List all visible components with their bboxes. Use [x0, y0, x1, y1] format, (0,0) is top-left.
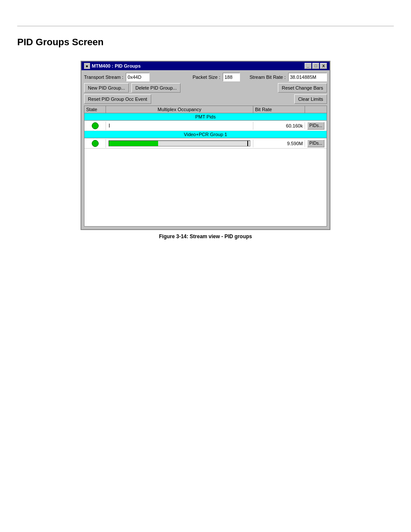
empty-table-area	[84, 149, 327, 226]
header-state: State	[84, 106, 106, 113]
delete-pid-group-button[interactable]: Delete PID Group...	[131, 83, 181, 93]
pmt-pids-group-header: PMT Pids	[84, 113, 327, 121]
video-bar-marker	[247, 141, 248, 146]
video-bar-fill	[109, 141, 158, 146]
header-bitrate: Bit Rate	[253, 106, 305, 113]
top-rule	[17, 26, 394, 26]
video-pids-button[interactable]: PIDs...	[307, 140, 324, 147]
reset-pid-group-occ-event-button[interactable]: Reset PID Group Occ Event	[84, 94, 151, 104]
packet-size-label: Packet Size :	[193, 75, 220, 80]
video-pcr-row: 9.590M PIDs...	[84, 138, 327, 149]
reset-change-bars-button[interactable]: Reset Change Bars	[278, 83, 327, 93]
title-bar-buttons: _ □ X	[305, 63, 327, 69]
transport-stream-input[interactable]	[126, 73, 149, 81]
window-body: Transport Stream : Packet Size : Stream …	[81, 70, 330, 229]
close-button[interactable]: X	[320, 63, 327, 69]
stream-bit-rate-input[interactable]	[288, 73, 327, 81]
pmt-multiplex-cell: I	[106, 122, 253, 130]
header-multiplex: Multiplex Occupancy	[106, 106, 253, 113]
pmt-pids-cell: PIDs...	[305, 121, 327, 131]
header-empty	[305, 106, 327, 113]
pmt-bitrate-cell: 60.160k	[253, 122, 305, 129]
figure-caption: Figure 3-14: Stream view - PID groups	[81, 233, 330, 240]
pmt-pids-button[interactable]: PIDs...	[307, 122, 324, 130]
pid-groups-window: ■ MTM400 : PID Groups _ □ X Transport St…	[81, 61, 330, 230]
video-pcr-group-header: Video+PCR Group 1	[84, 131, 327, 138]
page-title: PID Groups Screen	[17, 37, 394, 48]
window-title: MTM400 : PID Groups	[92, 63, 141, 68]
video-bitrate-cell: 9.590M	[253, 140, 305, 147]
clear-limits-button[interactable]: Clear Limits	[294, 94, 327, 104]
table-header: State Multiplex Occupancy Bit Rate	[84, 106, 327, 113]
window-icon: ■	[84, 63, 90, 69]
restore-button[interactable]: □	[312, 63, 319, 69]
video-status-dot	[92, 140, 99, 147]
button-row-2: Reset PID Group Occ Event Clear Limits	[84, 94, 327, 104]
video-bar-container	[109, 140, 250, 146]
pmt-state-cell	[84, 121, 106, 130]
video-pids-cell: PIDs...	[305, 139, 327, 148]
top-form-row: Transport Stream : Packet Size : Stream …	[84, 73, 327, 81]
pmt-pids-row: I 60.160k PIDs...	[84, 121, 327, 131]
packet-size-input[interactable]	[223, 73, 240, 81]
window-title-bar: ■ MTM400 : PID Groups _ □ X	[81, 62, 330, 70]
new-pid-group-button[interactable]: New PID Group...	[84, 83, 129, 93]
minimize-button[interactable]: _	[305, 63, 311, 69]
title-bar-left: ■ MTM400 : PID Groups	[84, 63, 141, 69]
button-row-1: New PID Group... Delete PID Group... Res…	[84, 83, 327, 93]
video-multiplex-cell	[106, 140, 253, 147]
pmt-status-dot	[92, 122, 99, 129]
figure-container: ■ MTM400 : PID Groups _ □ X Transport St…	[81, 61, 330, 240]
transport-stream-label: Transport Stream :	[84, 75, 123, 80]
stream-bit-rate-label: Stream Bit Rate :	[249, 75, 286, 80]
pmt-multiplex-text: I	[109, 123, 110, 129]
video-state-cell	[84, 139, 106, 148]
pid-groups-table: State Multiplex Occupancy Bit Rate PMT P…	[84, 106, 327, 227]
